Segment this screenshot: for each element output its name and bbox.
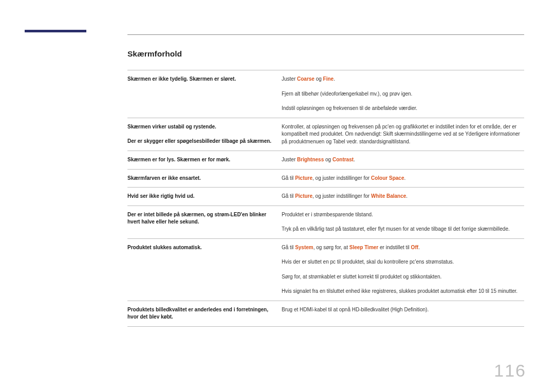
issue-cell: Skærmen er for lys. Skærmen er for mørk.	[127, 151, 282, 170]
solution-text: Gå til Picture, og juster indstillinger …	[282, 193, 521, 200]
solution-cell: Gå til System, og sørg for, at Sleep Tim…	[282, 238, 524, 301]
solution-cell: Gå til Picture, og juster indstillinger …	[282, 169, 524, 188]
solution-text: Sørg for, at strømkablet er sluttet korr…	[282, 273, 521, 281]
solution-cell: Juster Brightness og Contrast.	[282, 151, 524, 170]
solution-text: Tryk på en vilkårlig tast på tastaturet,…	[282, 226, 521, 233]
table-row: Produktets billedkvalitet er anderledes …	[127, 301, 524, 326]
page-content: Skærmforhold Skærmen er ikke tydelig. Sk…	[127, 49, 524, 327]
solution-text: Gå til System, og sørg for, at Sleep Tim…	[282, 244, 521, 252]
solution-text: Produktet er i strømbesparende tilstand.	[282, 211, 521, 219]
table-row: Hvid ser ikke rigtig hvid ud.Gå til Pict…	[127, 188, 524, 206]
solution-cell: Juster Coarse og Fine.Fjern alt tilbehør…	[282, 70, 524, 118]
solution-text: Hvis signalet fra en tilsluttet enhed ik…	[282, 288, 521, 295]
table-row: Skærmen virker ustabil og rystende.Der e…	[127, 118, 524, 151]
solution-cell: Brug et HDMI-kabel til at opnå HD-billed…	[282, 301, 524, 326]
table-row: Skærmfarven er ikke ensartet.Gå til Pict…	[127, 169, 524, 188]
solution-text: Juster Coarse og Fine.	[282, 76, 521, 83]
issue-cell: Produktets billedkvalitet er anderledes …	[127, 301, 282, 326]
solution-text: Fjern alt tilbehør (videoforlængerkabel …	[282, 90, 521, 98]
solution-text: Hvis der er sluttet en pc til produktet,…	[282, 258, 521, 266]
issue-cell: Skærmen er ikke tydelig. Skærmen er slør…	[127, 70, 282, 118]
issue-cell: Der er intet billede på skærmen, og strø…	[127, 206, 282, 238]
issue-cell: Skærmen virker ustabil og rystende.Der e…	[127, 118, 282, 151]
issue-cell: Produktet slukkes automatisk.	[127, 238, 282, 301]
highlight-term: Picture	[295, 175, 312, 181]
highlight-term: Sleep Timer	[349, 245, 379, 250]
solution-cell: Kontroller, at opløsningen og frekvensen…	[282, 118, 524, 151]
solution-text: Brug et HDMI-kabel til at opnå HD-billed…	[282, 306, 521, 314]
solution-cell: Produktet er i strømbesparende tilstand.…	[282, 206, 524, 238]
highlight-term: Contrast	[332, 157, 354, 162]
page-number: 116	[494, 361, 526, 381]
solution-text: Indstil opløsningen og frekvensen til de…	[282, 105, 521, 113]
table-row: Skærmen er ikke tydelig. Skærmen er slør…	[127, 70, 524, 118]
table-row: Skærmen er for lys. Skærmen er for mørk.…	[127, 151, 524, 170]
highlight-term: White Balance	[371, 193, 406, 199]
page-title: Skærmforhold	[127, 49, 524, 59]
solution-text: Gå til Picture, og juster indstillinger …	[282, 175, 521, 182]
header-top-rule	[127, 34, 524, 35]
highlight-term: Coarse	[297, 76, 314, 82]
highlight-term: Picture	[295, 193, 312, 199]
highlight-term: Colour Space	[371, 175, 404, 181]
troubleshooting-table: Skærmen er ikke tydelig. Skærmen er slør…	[127, 70, 524, 327]
solution-text: Juster Brightness og Contrast.	[282, 156, 521, 164]
issue-cell: Hvid ser ikke rigtig hvid ud.	[127, 188, 282, 206]
solution-cell: Gå til Picture, og juster indstillinger …	[282, 188, 524, 206]
highlight-term: Off	[411, 245, 418, 250]
issue-cell: Skærmfarven er ikke ensartet.	[127, 169, 282, 188]
table-row: Der er intet billede på skærmen, og strø…	[127, 206, 524, 238]
highlight-term: Brightness	[297, 157, 324, 162]
solution-text: Kontroller, at opløsningen og frekvensen…	[282, 123, 521, 146]
highlight-term: Fine	[323, 76, 334, 82]
table-row: Produktet slukkes automatisk.Gå til Syst…	[127, 238, 524, 301]
header-accent-bar	[25, 30, 86, 32]
highlight-term: System	[295, 245, 313, 250]
